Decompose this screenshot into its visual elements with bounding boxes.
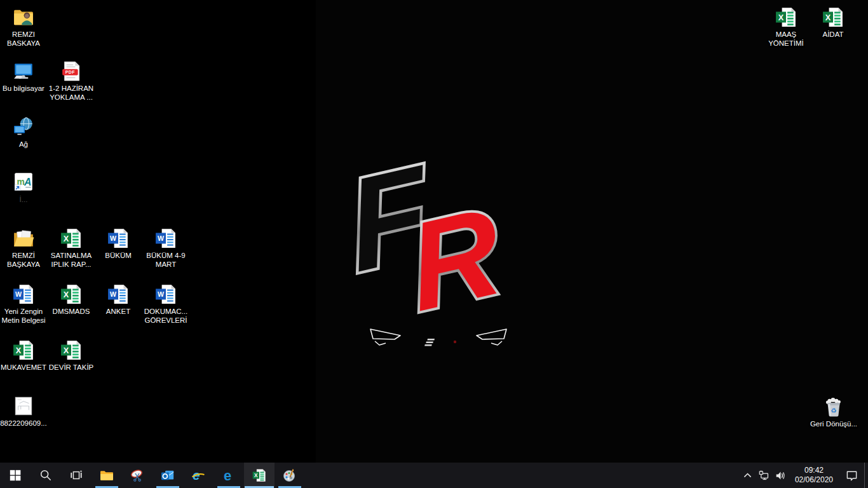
taskbar-file-explorer[interactable]: [92, 463, 122, 488]
desktop-icon-recycle-bin[interactable]: Geri Dönüşü...: [808, 395, 859, 428]
desktop-icon-label: 1-2 HAZİRAN YOKLAMA ...: [46, 84, 97, 102]
speaker-icon: [775, 470, 786, 481]
folder-icon: [0, 226, 49, 249]
chevron-up-icon: [742, 470, 753, 481]
desktop-icon-label: Bu bilgisayar: [0, 84, 49, 93]
start-button[interactable]: [0, 463, 31, 488]
desktop-icon-this-pc[interactable]: Bu bilgisayar: [0, 59, 49, 93]
wallpaper-fr-logo: F R: [351, 127, 516, 318]
excel-file-icon: [46, 226, 97, 249]
desktop-icon-label: Ağ: [0, 140, 49, 149]
seat-logo: [424, 339, 435, 346]
desktop[interactable]: F R REMZI BASKAYA Bu bilgisa: [0, 0, 868, 463]
volume-button[interactable]: [773, 463, 789, 488]
taskbar-excel[interactable]: [244, 463, 275, 488]
desktop-icon-dmsmads[interactable]: DMSMADS: [46, 282, 97, 316]
system-tray: 09:42 02/06/2020: [740, 463, 868, 488]
word-file-icon: [140, 282, 191, 305]
excel-file-icon: [46, 282, 97, 305]
desktop-icon-label: REMZİ BAŞKAYA: [0, 251, 49, 269]
excel-icon: [252, 468, 266, 482]
desktop-icon-label: 8822209609...: [0, 419, 49, 428]
search-button[interactable]: [31, 463, 61, 488]
taskbar-snipping-tool[interactable]: [122, 463, 153, 488]
desktop-icon-network[interactable]: Ağ: [0, 115, 49, 149]
desktop-icon-bukum-4-9-mart[interactable]: BÜKÜM 4-9 MART: [140, 226, 191, 269]
word-file-icon: [93, 282, 144, 305]
fr-letter-r: R: [400, 180, 509, 337]
desktop-icon-label: AİDAT: [808, 30, 858, 39]
image-file-icon: [0, 394, 49, 417]
date-text: 02/06/2020: [795, 475, 833, 485]
word-file-icon: [0, 282, 49, 305]
outlook-icon: [161, 468, 175, 482]
search-icon: [39, 469, 52, 482]
excel-file-icon: [46, 338, 97, 361]
internet-explorer-icon: [191, 468, 205, 482]
desktop-icon-ma-shortcut[interactable]: İ...: [0, 170, 49, 204]
desktop-icon-remzi-baskaya-folder[interactable]: REMZİ BAŞKAYA: [0, 226, 49, 269]
excel-file-icon: [808, 5, 858, 28]
paint-icon: [283, 468, 297, 482]
word-file-icon: [93, 226, 144, 249]
network-icon: [0, 115, 49, 138]
taskbar-internet-explorer[interactable]: [183, 463, 214, 488]
desktop-icon-label: DEVİR TAKİP: [46, 363, 97, 372]
desktop-icon-label: SATINALMA IPLIK RAP...: [46, 251, 97, 269]
excel-file-icon: [761, 5, 811, 28]
show-desktop-button[interactable]: [864, 463, 868, 488]
windows-logo-icon: [9, 469, 22, 482]
snipping-tool-icon: [130, 468, 144, 482]
desktop-icon-remzi-baskaya-user[interactable]: REMZI BASKAYA: [0, 5, 49, 48]
action-center-button[interactable]: [839, 463, 864, 488]
desktop-icon-devir-takip[interactable]: DEVİR TAKİP: [46, 338, 97, 372]
clock[interactable]: 09:42 02/06/2020: [789, 463, 839, 488]
taskbar: 09:42 02/06/2020: [0, 463, 868, 488]
task-view-button[interactable]: [61, 463, 92, 488]
time-text: 09:42: [804, 466, 824, 475]
desktop-icon-mukavemet[interactable]: MUKAVEMET: [0, 338, 49, 372]
taskbar-outlook[interactable]: [153, 463, 183, 488]
user-folder-icon: [0, 5, 49, 28]
edge-icon: [222, 468, 236, 482]
ma-app-icon: [0, 170, 49, 193]
network-status-button[interactable]: [756, 463, 773, 488]
desktop-icon-label: BÜKÜM: [93, 251, 144, 260]
pdf-file-icon: [46, 59, 97, 82]
desktop-icon-bukum[interactable]: BÜKÜM: [93, 226, 144, 260]
excel-file-icon: [0, 338, 49, 361]
desktop-icon-label: DOKUMAC... GÖREVLERİ: [140, 307, 191, 325]
ethernet-icon: [759, 470, 770, 481]
file-explorer-icon: [100, 468, 114, 482]
task-view-icon: [70, 469, 83, 482]
desktop-icon-label: ANKET: [93, 307, 144, 316]
desktop-icon-label: REMZI BASKAYA: [0, 30, 49, 48]
desktop-icon-label: BÜKÜM 4-9 MART: [140, 251, 191, 269]
taskbar-paint[interactable]: [275, 463, 305, 488]
desktop-icon-label: MUKAVEMET: [0, 363, 49, 372]
word-file-icon: [140, 226, 191, 249]
desktop-icon-label: MAAŞ YÖNETİMİ: [761, 30, 811, 48]
desktop-icon-satinalma-iplik[interactable]: SATINALMA IPLIK RAP...: [46, 226, 97, 269]
desktop-icon-label: Yeni Zengin Metin Belgesi: [0, 307, 49, 325]
tray-overflow-button[interactable]: [740, 463, 756, 488]
desktop-icon-dokumaci-gorevleri[interactable]: DOKUMAC... GÖREVLERİ: [140, 282, 191, 325]
red-dot: [454, 341, 456, 343]
desktop-icon-yeni-zengin-metin[interactable]: Yeni Zengin Metin Belgesi: [0, 282, 49, 325]
desktop-icon-maas-yonetimi[interactable]: MAAŞ YÖNETİMİ: [761, 5, 811, 48]
desktop-icon-label: Geri Dönüşü...: [808, 419, 859, 428]
desktop-icon-aidat[interactable]: AİDAT: [808, 5, 858, 39]
desktop-icon-haziran-yoklama-pdf[interactable]: 1-2 HAZİRAN YOKLAMA ...: [46, 59, 97, 102]
desktop-icon-label: İ...: [0, 195, 49, 204]
desktop-icon-anket[interactable]: ANKET: [93, 282, 144, 316]
wallpaper-headlights: [365, 321, 512, 356]
recycle-bin-icon: [808, 395, 859, 417]
taskbar-edge[interactable]: [214, 463, 244, 488]
desktop-icon-8822209609[interactable]: 8822209609...: [0, 394, 49, 428]
action-center-icon: [846, 470, 858, 482]
this-pc-icon: [0, 59, 49, 82]
desktop-icon-label: DMSMADS: [46, 307, 97, 316]
